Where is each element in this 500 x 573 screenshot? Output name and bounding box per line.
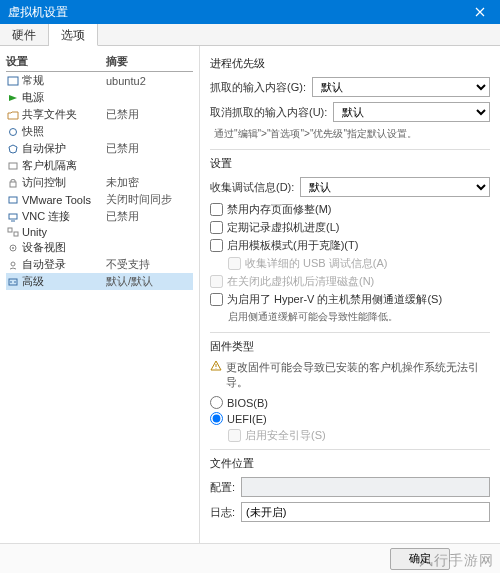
row-vnc[interactable]: VNC 连接 已禁用 — [6, 208, 193, 225]
firmware-title: 固件类型 — [210, 339, 490, 354]
snapshot-icon — [6, 126, 20, 138]
row-unity[interactable]: Unity — [6, 225, 193, 239]
right-panel: 进程优先级 抓取的输入内容(G): 默认 取消抓取的输入内容(U): 默认 通过… — [200, 46, 500, 543]
row-summary: 已禁用 — [106, 107, 193, 122]
window-title: 虚拟机设置 — [8, 4, 68, 21]
row-device-view[interactable]: 设备视图 — [6, 239, 193, 256]
hyperv-hint: 启用侧通道缓解可能会导致性能降低。 — [228, 310, 490, 324]
lock-icon — [6, 177, 20, 189]
cb-template-label: 启用模板模式(用于克隆)(T) — [227, 238, 358, 253]
row-label: 设备视图 — [22, 240, 106, 255]
row-label: 自动保护 — [22, 141, 106, 156]
row-vmware-tools[interactable]: VMware Tools 关闭时间同步 — [6, 191, 193, 208]
row-autologin[interactable]: 自动登录 不受支持 — [6, 256, 193, 273]
row-label: Unity — [22, 226, 106, 238]
row-label: 自动登录 — [22, 257, 106, 272]
row-summary: 关闭时间同步 — [106, 192, 193, 207]
ungrabbed-select[interactable]: 默认 — [333, 102, 490, 122]
ok-button[interactable]: 确定 — [390, 548, 450, 570]
log-label: 日志: — [210, 505, 235, 520]
config-input[interactable] — [241, 477, 490, 497]
cb-clean-disk-label: 在关闭此虚拟机后清理磁盘(N) — [227, 274, 374, 289]
left-panel: 设置 摘要 常规 ubuntu2 电源 共享文件夹 已禁用 快照 自动保护 已禁… — [0, 46, 200, 543]
titlebar: 虚拟机设置 — [0, 0, 500, 24]
vnc-icon — [6, 211, 20, 223]
divider — [210, 449, 490, 450]
row-general[interactable]: 常规 ubuntu2 — [6, 72, 193, 89]
process-priority-title: 进程优先级 — [210, 56, 490, 71]
folder-icon — [6, 109, 20, 121]
tab-options[interactable]: 选项 — [49, 24, 98, 46]
advanced-icon — [6, 276, 20, 288]
radio-bios[interactable] — [210, 396, 223, 409]
cb-template[interactable] — [210, 239, 223, 252]
svg-point-9 — [12, 247, 14, 249]
row-auto-protect[interactable]: 自动保护 已禁用 — [6, 140, 193, 157]
cb-mem-trim-label: 禁用内存页面修整(M) — [227, 202, 332, 217]
config-label: 配置: — [210, 480, 235, 495]
row-label: 共享文件夹 — [22, 107, 106, 122]
settings-title: 设置 — [210, 156, 490, 171]
row-label: VNC 连接 — [22, 209, 106, 224]
cb-clean-disk — [210, 275, 223, 288]
row-power[interactable]: 电源 — [6, 89, 193, 106]
row-label: 电源 — [22, 90, 106, 105]
close-icon — [475, 7, 485, 17]
cb-usb-debug — [228, 257, 241, 270]
row-summary: 不受支持 — [106, 257, 193, 272]
power-icon — [6, 92, 20, 104]
row-access-control[interactable]: 访问控制 未加密 — [6, 174, 193, 191]
shield-icon — [6, 143, 20, 155]
general-icon — [6, 75, 20, 87]
device-icon — [6, 242, 20, 254]
svg-rect-6 — [8, 228, 12, 232]
autologin-icon — [6, 259, 20, 271]
row-advanced[interactable]: 高级 默认/默认 — [6, 273, 193, 290]
row-label: 客户机隔离 — [22, 158, 106, 173]
row-summary: 已禁用 — [106, 141, 193, 156]
svg-rect-3 — [10, 182, 16, 187]
cb-secure-boot — [228, 429, 241, 442]
tab-hardware[interactable]: 硬件 — [0, 24, 49, 45]
cb-log-progress-label: 定期记录虚拟机进度(L) — [227, 220, 339, 235]
log-input[interactable] — [241, 502, 490, 522]
row-shared-folders[interactable]: 共享文件夹 已禁用 — [6, 106, 193, 123]
close-button[interactable] — [460, 0, 500, 24]
row-label: 高级 — [22, 274, 106, 289]
grabbed-label: 抓取的输入内容(G): — [210, 80, 306, 95]
radio-uefi[interactable] — [210, 412, 223, 425]
row-summary: ubuntu2 — [106, 75, 193, 87]
cb-hyperv[interactable] — [210, 293, 223, 306]
row-guest-isolation[interactable]: 客户机隔离 — [6, 157, 193, 174]
col-summary: 摘要 — [106, 54, 193, 69]
svg-rect-5 — [9, 214, 17, 219]
row-label: 常规 — [22, 73, 106, 88]
row-summary: 未加密 — [106, 175, 193, 190]
divider — [210, 149, 490, 150]
debug-select[interactable]: 默认 — [300, 177, 490, 197]
debug-label: 收集调试信息(D): — [210, 180, 294, 195]
unity-icon — [6, 226, 20, 238]
firmware-warning: 更改固件可能会导致已安装的客户机操作系统无法引导。 — [226, 360, 490, 390]
cb-mem-trim[interactable] — [210, 203, 223, 216]
grabbed-select[interactable]: 默认 — [312, 77, 490, 97]
row-label: 访问控制 — [22, 175, 106, 190]
cb-usb-debug-label: 收集详细的 USB 调试信息(A) — [245, 256, 387, 271]
svg-point-1 — [10, 128, 17, 135]
isolation-icon — [6, 160, 20, 172]
row-summary: 默认/默认 — [106, 274, 193, 289]
file-location-title: 文件位置 — [210, 456, 490, 471]
row-summary: 已禁用 — [106, 209, 193, 224]
svg-rect-2 — [9, 163, 17, 169]
cb-secure-boot-label: 启用安全引导(S) — [245, 428, 326, 443]
priority-hint: 通过"编辑">"首选项">"优先级"指定默认设置。 — [214, 127, 490, 141]
ungrabbed-label: 取消抓取的输入内容(U): — [210, 105, 327, 120]
left-header: 设置 摘要 — [6, 52, 193, 72]
row-label: VMware Tools — [22, 194, 106, 206]
row-snapshot[interactable]: 快照 — [6, 123, 193, 140]
svg-point-10 — [11, 262, 15, 266]
tools-icon — [6, 194, 20, 206]
cb-log-progress[interactable] — [210, 221, 223, 234]
divider — [210, 332, 490, 333]
radio-uefi-label: UEFI(E) — [227, 413, 267, 425]
